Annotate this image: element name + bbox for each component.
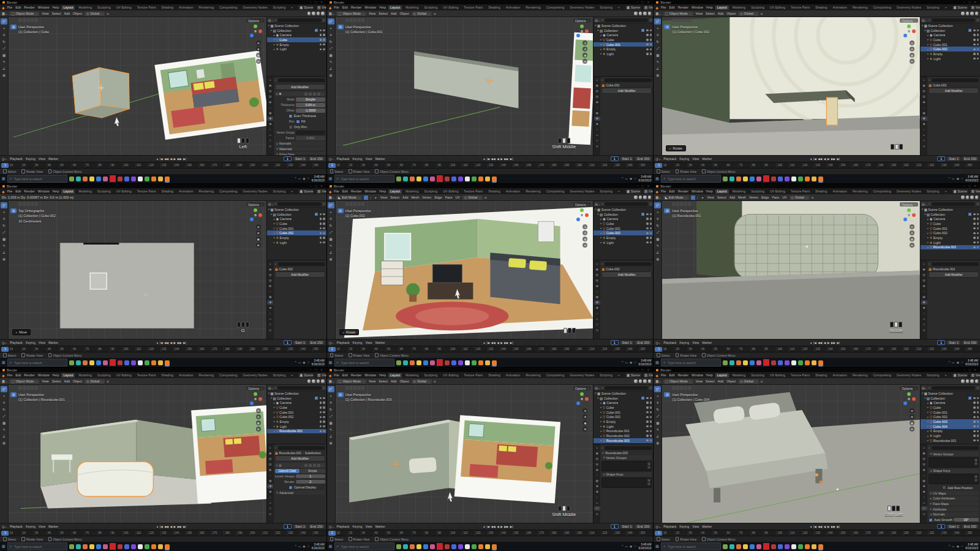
camera-visibility-icon[interactable] bbox=[650, 53, 652, 55]
overlay-toggle-icon[interactable] bbox=[353, 202, 357, 206]
viewport-options-button[interactable]: Options⌄ bbox=[900, 18, 918, 23]
outliner-editor-icon[interactable]: ▤⌄ bbox=[922, 386, 927, 390]
workspace-tab-2[interactable]: Sculpting bbox=[96, 189, 113, 194]
frame-tick[interactable]: 120 bbox=[802, 163, 815, 168]
tab-tool[interactable]: ≡ bbox=[594, 78, 600, 83]
tool-cursor[interactable]: ⌖ bbox=[1, 209, 7, 215]
overlay-toggle-icon[interactable] bbox=[345, 386, 349, 390]
header-menu-item[interactable]: View bbox=[368, 12, 376, 15]
tool-transform[interactable]: ▦ bbox=[328, 236, 334, 242]
camera-visibility-icon[interactable] bbox=[323, 227, 325, 230]
blender-icon[interactable] bbox=[818, 360, 823, 365]
breadcrumb-object[interactable]: Cube.002 bbox=[606, 267, 620, 271]
timeline-menu-item[interactable]: Marker bbox=[375, 157, 386, 161]
hide-icon[interactable] bbox=[973, 39, 976, 41]
hide-icon[interactable] bbox=[320, 430, 322, 433]
tray-expand-icon[interactable]: ^ bbox=[622, 545, 623, 548]
disclosure-icon[interactable]: ▸ bbox=[274, 232, 275, 235]
hide-icon[interactable] bbox=[646, 401, 649, 404]
add-item-button[interactable]: + bbox=[974, 475, 978, 478]
play-reverse-button[interactable]: ◀ bbox=[497, 158, 499, 161]
axis-x-handle[interactable] bbox=[585, 29, 589, 33]
axis-z-handle[interactable] bbox=[576, 34, 580, 37]
frame-tick[interactable]: 70 bbox=[85, 347, 97, 352]
search-input[interactable] bbox=[666, 360, 718, 365]
outliner-object-row[interactable]: ▸▽Cube.001 bbox=[594, 410, 653, 415]
outliner-object-row[interactable]: ▸▽Cube.001 bbox=[594, 226, 653, 231]
frame-tick[interactable]: 210 bbox=[589, 531, 601, 536]
jump-to-end-button[interactable]: ▶| bbox=[837, 525, 840, 528]
tab-physics[interactable]: ≈ bbox=[921, 127, 927, 132]
tab-tool[interactable]: ≡ bbox=[267, 262, 273, 267]
frame-tick[interactable]: 200 bbox=[576, 163, 589, 168]
app-icon-2[interactable] bbox=[778, 177, 783, 181]
frame-tick[interactable]: 80 bbox=[97, 163, 110, 168]
workspace-tab-0[interactable]: Layout bbox=[61, 6, 75, 10]
disclosure-icon[interactable]: ▾ bbox=[922, 24, 923, 27]
notepad-icon[interactable] bbox=[791, 177, 796, 181]
menubar-item[interactable]: Render bbox=[677, 189, 689, 193]
tab-modifiers[interactable]: ✱ bbox=[921, 484, 927, 489]
jump-to-end-button[interactable]: ▶| bbox=[510, 525, 513, 528]
search-input[interactable] bbox=[340, 360, 392, 365]
menubar-item[interactable]: File bbox=[660, 189, 667, 193]
camera-visibility-icon[interactable] bbox=[323, 411, 325, 414]
frame-tick[interactable]: 100 bbox=[776, 163, 789, 168]
header-menu-item[interactable]: Add bbox=[717, 12, 724, 15]
outliner-object-row[interactable]: ▸▽Cube.002 bbox=[921, 414, 980, 419]
frame-tick[interactable]: 10 bbox=[9, 163, 21, 168]
menubar-item[interactable]: Window bbox=[364, 373, 377, 377]
frame-tick[interactable]: 80 bbox=[751, 531, 764, 536]
scene-selector[interactable]: ▣Scene bbox=[298, 189, 314, 194]
battery-icon[interactable]: ▭ bbox=[625, 177, 628, 180]
frame-tick[interactable]: 150 bbox=[513, 531, 526, 536]
camera-visibility-icon[interactable] bbox=[323, 29, 325, 32]
camera-visibility-icon[interactable] bbox=[977, 218, 979, 220]
menubar-item[interactable]: File bbox=[333, 373, 340, 377]
disclosure-icon[interactable]: ▸ bbox=[274, 425, 275, 428]
tool-add-cube[interactable]: ⊞ bbox=[328, 256, 334, 262]
add-modifier-button[interactable]: Add Modifier bbox=[601, 272, 652, 278]
edge-icon[interactable] bbox=[403, 544, 408, 549]
end-frame-field[interactable]: End250 bbox=[309, 341, 325, 344]
workspace-tab-6[interactable]: Animation bbox=[831, 6, 849, 10]
workspace-tab-4[interactable]: Texture Paint bbox=[135, 189, 158, 194]
frame-tick[interactable]: 210 bbox=[262, 347, 274, 352]
app-icon-1[interactable] bbox=[445, 544, 450, 549]
wireframe-shading-icon[interactable] bbox=[634, 196, 638, 199]
frame-tick[interactable]: 20 bbox=[21, 531, 34, 536]
tab-view-layer[interactable]: ▤ bbox=[921, 94, 927, 99]
weather-widget-icon[interactable] bbox=[396, 177, 401, 181]
header-menu-item[interactable]: Select bbox=[51, 379, 62, 383]
tab-tool[interactable]: ≡ bbox=[267, 78, 273, 83]
frame-tick[interactable]: 90 bbox=[764, 347, 777, 352]
photos-icon[interactable] bbox=[103, 360, 108, 365]
weather-widget-icon[interactable] bbox=[69, 177, 74, 181]
window-controls[interactable]: – ▢ ✕ bbox=[310, 368, 324, 371]
tool-cursor[interactable]: ⌖ bbox=[654, 25, 661, 31]
taskbar-clock[interactable]: 3:48 AM6/16/2023 bbox=[965, 359, 978, 366]
properties-search[interactable]: ⌕ bbox=[275, 262, 325, 266]
current-frame-field[interactable]: 1 bbox=[284, 340, 292, 345]
hide-icon[interactable] bbox=[973, 397, 976, 400]
play-button[interactable]: ▶ bbox=[827, 341, 830, 344]
camera-visibility-icon[interactable] bbox=[650, 416, 652, 419]
vertex-groups-panel-header[interactable]: ▾Vertex Groups bbox=[601, 455, 652, 460]
transform-orientation-selector[interactable]: ◇Global⌄ bbox=[790, 196, 810, 200]
frame-tick[interactable]: 240 bbox=[954, 163, 967, 168]
modifier-display-toggle[interactable] bbox=[304, 93, 307, 96]
frame-tick[interactable]: 150 bbox=[840, 531, 853, 536]
viewport-scene[interactable] bbox=[336, 17, 594, 155]
app-icon-2[interactable] bbox=[451, 360, 456, 365]
edge-icon[interactable] bbox=[729, 360, 734, 365]
frame-tick[interactable]: 160 bbox=[198, 531, 211, 536]
outliner-editor-icon[interactable]: ▤⌄ bbox=[268, 18, 274, 22]
pan-button[interactable]: ✥ bbox=[256, 414, 261, 419]
frame-tick[interactable]: 130 bbox=[488, 163, 500, 168]
checkbox-icon[interactable]: ✓ bbox=[314, 28, 318, 32]
hide-icon[interactable] bbox=[973, 48, 976, 51]
editor-type-icon[interactable]: ▦⌄ bbox=[655, 196, 661, 199]
menubar-item[interactable]: File bbox=[7, 189, 13, 193]
tool-move[interactable]: ✛ bbox=[1, 32, 7, 38]
outliner-object-row[interactable]: ▸▽Cube bbox=[267, 37, 326, 42]
